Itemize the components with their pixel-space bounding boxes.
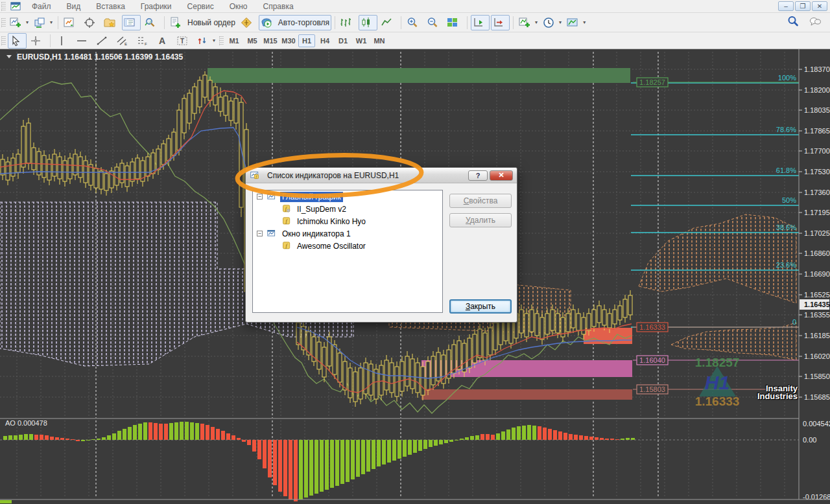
timeframe-MN[interactable]: MN [371, 34, 388, 47]
metaeditor-button[interactable] [239, 15, 257, 30]
autotrading-button[interactable]: Авто-торговля [259, 15, 331, 30]
neworder-icon [170, 17, 182, 29]
menu-Сервис[interactable]: Сервис [180, 1, 222, 12]
autotrading-button-label: Авто-торговля [278, 18, 329, 27]
toolbar-separator [335, 16, 335, 29]
chat-icon[interactable] [809, 16, 822, 27]
navigator-icon [104, 17, 115, 29]
svg-text:A: A [159, 36, 165, 46]
text-tool[interactable]: A [154, 33, 173, 49]
arrows-tool[interactable]: ▾ [195, 33, 217, 49]
tile-windows-button[interactable] [445, 15, 464, 30]
brand-watermark: Insanity Industries [746, 385, 798, 400]
tree-leaf[interactable]: fIchimoku Kinko Hyo [253, 215, 442, 227]
tree-node[interactable]: −Главный график [253, 190, 442, 203]
terminal-button[interactable] [122, 15, 141, 30]
cursor-tool[interactable] [8, 33, 27, 49]
chart-shift-button[interactable] [491, 15, 510, 30]
timeframe-M5[interactable]: M5 [244, 34, 261, 47]
toolbar-grip[interactable] [1, 36, 6, 45]
svg-text:1.17195: 1.17195 [804, 209, 830, 216]
indicator-list-dialog: f Список индикаторов на EURUSD,H1 ? ✕ −Г… [245, 167, 517, 323]
menu-Окно[interactable]: Окно [222, 1, 255, 12]
indicator-name[interactable]: II_SupDem v2 [295, 204, 348, 214]
search-icon[interactable] [787, 16, 799, 27]
candlestick-chart-button[interactable] [359, 15, 377, 30]
hline-icon [76, 35, 88, 47]
restore-button[interactable]: ❐ [795, 1, 811, 11]
data-window-button[interactable] [82, 15, 101, 30]
svg-text:78.6%: 78.6% [776, 126, 796, 133]
indicators-button[interactable]: ▾ [517, 15, 540, 30]
timeframe-M30[interactable]: M30 [280, 34, 297, 47]
minimize-button[interactable]: – [778, 1, 794, 11]
timeframe-M15[interactable]: M15 [262, 34, 279, 47]
channel-icon: E [116, 35, 128, 47]
strategy-tester-button[interactable] [142, 15, 161, 30]
timeframe-H4[interactable]: H4 [316, 34, 333, 47]
indadd-icon [519, 17, 530, 29]
zoom-in-button[interactable] [405, 15, 423, 30]
menu-Вставка[interactable]: Вставка [88, 1, 133, 12]
svg-text:1.17530: 1.17530 [804, 168, 830, 176]
horizontal-line-tool[interactable] [74, 33, 93, 49]
vertical-line-tool[interactable] [54, 33, 73, 49]
fibonacci-tool[interactable]: F [134, 33, 153, 49]
tree-node[interactable]: −Окно индикатора 1 [253, 227, 442, 240]
menu-Графики[interactable]: Графики [133, 1, 180, 12]
svg-text:1.18257: 1.18257 [695, 356, 740, 369]
dialog-help-button[interactable]: ? [468, 170, 488, 181]
tree-expander[interactable]: − [257, 231, 263, 236]
tree-label[interactable]: Окно индикатора 1 [280, 229, 353, 239]
market-watch-button[interactable] [62, 15, 80, 30]
crosshair-tool[interactable] [28, 33, 47, 49]
auto-scroll-button[interactable] [471, 15, 490, 30]
toolbar-grip[interactable] [1, 2, 6, 11]
properties-button[interactable]: Свойства [449, 194, 512, 208]
tree-expander[interactable]: − [257, 194, 263, 200]
timeframe-H1[interactable]: H1 [298, 34, 315, 47]
shift-icon [493, 17, 504, 29]
new-chart-button[interactable]: ▾ [8, 15, 30, 30]
dropdown-caret: ▾ [213, 38, 215, 43]
toolbar-grip[interactable] [219, 36, 224, 45]
zoom-out-button[interactable] [425, 15, 444, 30]
close-button[interactable]: ✕ [812, 1, 827, 11]
toolbar-grip[interactable] [1, 18, 6, 27]
close-dialog-button[interactable]: Закрыть [449, 299, 512, 314]
labelT-icon: T [176, 35, 188, 47]
timeframe-W1[interactable]: W1 [353, 34, 370, 47]
menu-Вид[interactable]: Вид [59, 1, 89, 12]
label-tool[interactable]: T [174, 33, 193, 49]
tree-leaf[interactable]: fII_SupDem v2 [253, 203, 442, 215]
indicator-name[interactable]: Awesome Oscillator [295, 241, 368, 251]
templates-button[interactable]: ▾ [565, 15, 587, 30]
delete-button[interactable]: Удалить [449, 213, 512, 227]
menu-Файл[interactable]: Файл [24, 1, 59, 12]
timeframe-D1[interactable]: D1 [335, 34, 351, 47]
trendline-tool[interactable] [94, 33, 113, 49]
navigator-button[interactable] [102, 15, 121, 30]
dialog-title-bar[interactable]: f Список индикаторов на EURUSD,H1 ? ✕ [246, 168, 517, 183]
timeframe-M1[interactable]: M1 [226, 34, 243, 47]
profiles-button[interactable]: ▾ [32, 15, 54, 30]
standard-toolbar: ▾▾Новый ордерАвто-торговля▾▾▾ [0, 13, 830, 32]
indicator-icon: f [281, 217, 292, 226]
line-chart-button[interactable] [379, 15, 397, 30]
new-order-button[interactable]: Новый ордер [168, 15, 237, 30]
bar-chart-button[interactable] [338, 15, 357, 30]
tree-leaf[interactable]: fAwesome Oscillator [253, 240, 442, 252]
dialog-close-button[interactable]: ✕ [490, 170, 513, 181]
svg-text:1.17865: 1.17865 [804, 127, 830, 135]
dropdown-caret: ▾ [559, 19, 562, 25]
indicator-name[interactable]: Ichimoku Kinko Hyo [295, 216, 368, 227]
svg-text:50%: 50% [782, 196, 796, 204]
tree-label[interactable]: Главный график [280, 192, 343, 202]
indicator-tree[interactable]: −Главный графикfII_SupDem v2fIchimoku Ki… [252, 190, 443, 313]
menu-Справка[interactable]: Справка [255, 1, 302, 12]
autotrade-icon [261, 17, 272, 29]
periods-button[interactable]: ▾ [541, 15, 563, 30]
channel-tool[interactable]: E [114, 33, 133, 49]
autoscroll-icon [473, 17, 484, 29]
svg-text:AO 0.000478: AO 0.000478 [5, 419, 47, 427]
